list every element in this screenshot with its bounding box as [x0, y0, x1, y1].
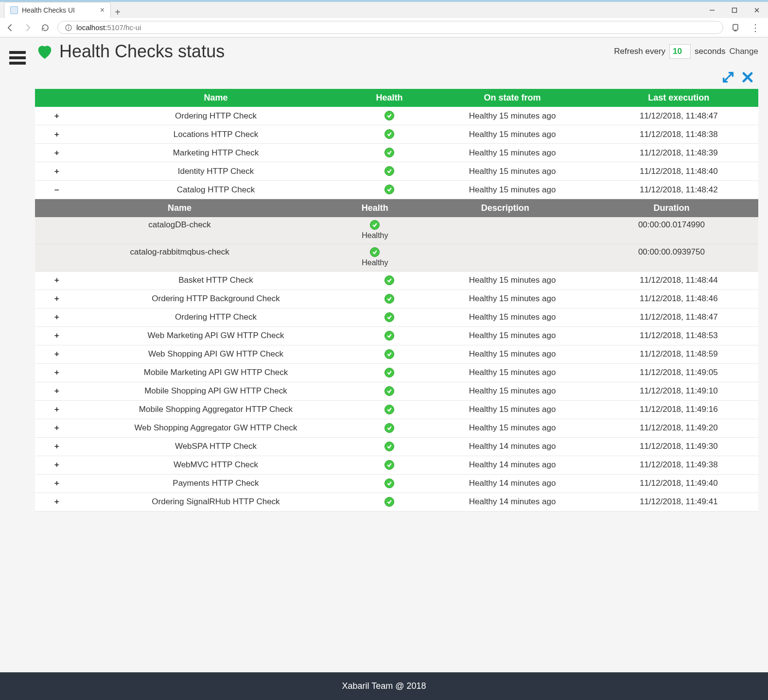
table-row: –Catalog HTTP CheckHealthy 15 minutes ag…	[35, 181, 758, 199]
healthy-icon	[384, 294, 394, 304]
row-last: 11/12/2018, 11:48:40	[599, 162, 758, 181]
expand-toggle[interactable]: +	[35, 474, 78, 493]
refresh-label: Refresh every	[614, 47, 665, 56]
svg-rect-7	[733, 24, 738, 30]
content-area: Health Checks status Refresh every secon…	[35, 37, 768, 672]
browser-tab[interactable]: Health Checks UI ×	[4, 2, 111, 18]
sub-row-name: catalog-rabbitmqbus-check	[35, 244, 324, 271]
row-health	[353, 107, 426, 125]
refresh-interval-input[interactable]	[669, 44, 691, 59]
refresh-unit-label: seconds	[695, 47, 725, 56]
refresh-controls: Refresh every seconds Change	[614, 44, 758, 59]
table-row: +Mobile Shopping API GW HTTP CheckHealth…	[35, 382, 758, 400]
toolbar	[35, 62, 758, 89]
row-health	[353, 162, 426, 181]
row-last: 11/12/2018, 11:48:42	[599, 181, 758, 199]
expand-toggle[interactable]: +	[35, 162, 78, 181]
sidebar-toggle[interactable]	[0, 37, 35, 672]
expand-toggle[interactable]: +	[35, 456, 78, 474]
row-name: Ordering SignalRHub HTTP Check	[78, 493, 353, 511]
refresh-change-button[interactable]: Change	[729, 47, 758, 56]
svg-rect-8	[734, 30, 737, 32]
address-bar[interactable]: localhost:5107/hc-ui	[57, 21, 723, 34]
expand-toggle[interactable]: +	[35, 144, 78, 162]
healthy-icon	[384, 386, 394, 396]
row-state: Healthy 15 minutes ago	[426, 272, 599, 290]
window-maximize-button[interactable]	[723, 2, 746, 18]
table-row: +WebMVC HTTP CheckHealthy 14 minutes ago…	[35, 456, 758, 474]
sub-row-duration: 00:00:00.0939750	[585, 244, 758, 271]
close-tab-icon[interactable]: ×	[100, 6, 105, 14]
row-health	[353, 474, 426, 493]
row-name: Web Shopping API GW HTTP Check	[78, 345, 353, 363]
healthy-icon	[384, 275, 394, 285]
row-state: Healthy 15 minutes ago	[426, 181, 599, 199]
healthy-icon	[384, 405, 394, 414]
reload-button[interactable]	[40, 22, 51, 33]
hamburger-icon	[9, 51, 26, 65]
expand-toggle[interactable]: +	[35, 290, 78, 308]
new-tab-button[interactable]: +	[111, 7, 124, 18]
browser-menu-button[interactable]: ⋮	[748, 22, 763, 34]
row-state: Healthy 14 minutes ago	[426, 474, 599, 493]
row-name: Web Shopping Aggregator GW HTTP Check	[78, 419, 353, 437]
row-health	[353, 493, 426, 511]
extension-icon[interactable]	[730, 22, 741, 33]
sub-row-health: Healthy	[324, 244, 425, 271]
healthy-icon	[384, 331, 394, 341]
row-health	[353, 144, 426, 162]
row-last: 11/12/2018, 11:48:38	[599, 125, 758, 144]
healthy-icon	[384, 478, 394, 488]
window-minimize-button[interactable]	[701, 2, 723, 18]
healthy-icon	[384, 497, 394, 507]
healthy-icon	[384, 148, 394, 157]
expand-toggle[interactable]: +	[35, 308, 78, 326]
sub-row-name: catalogDB-check	[35, 217, 324, 244]
expand-toggle[interactable]: +	[35, 345, 78, 363]
row-last: 11/12/2018, 11:49:41	[599, 493, 758, 511]
forward-button[interactable]	[22, 22, 33, 33]
close-panel-icon[interactable]	[741, 70, 754, 84]
row-health	[353, 382, 426, 400]
table-row: +Locations HTTP CheckHealthy 15 minutes …	[35, 125, 758, 144]
row-last: 11/12/2018, 11:49:30	[599, 437, 758, 456]
row-health	[353, 290, 426, 308]
expand-toggle[interactable]: +	[35, 272, 78, 290]
table-row: +Web Shopping API GW HTTP CheckHealthy 1…	[35, 345, 758, 363]
favicon-icon	[10, 6, 18, 14]
table-row: +WebSPA HTTP CheckHealthy 14 minutes ago…	[35, 437, 758, 456]
row-name: Locations HTTP Check	[78, 125, 353, 144]
expand-toggle[interactable]: +	[35, 382, 78, 400]
expand-toggle[interactable]: +	[35, 419, 78, 437]
row-last: 11/12/2018, 11:48:44	[599, 272, 758, 290]
row-state: Healthy 15 minutes ago	[426, 308, 599, 326]
row-health	[353, 437, 426, 456]
expand-toggle[interactable]: +	[35, 107, 78, 125]
url-host: localhost:	[76, 23, 107, 32]
healthy-icon	[384, 442, 394, 451]
row-state: Healthy 14 minutes ago	[426, 493, 599, 511]
row-state: Healthy 15 minutes ago	[426, 400, 599, 419]
row-state: Healthy 15 minutes ago	[426, 345, 599, 363]
expand-toggle[interactable]: –	[35, 181, 78, 199]
expand-icon[interactable]	[721, 70, 735, 84]
row-name: Mobile Marketing API GW HTTP Check	[78, 363, 353, 382]
col-toggle	[35, 89, 78, 107]
healthchecks-table: Name Health On state from Last execution…	[35, 89, 758, 512]
expand-toggle[interactable]: +	[35, 493, 78, 511]
svg-rect-1	[733, 8, 737, 13]
back-button[interactable]	[5, 22, 16, 33]
window-close-button[interactable]	[746, 2, 768, 18]
expand-toggle[interactable]: +	[35, 437, 78, 456]
info-icon	[65, 24, 72, 32]
row-last: 11/12/2018, 11:49:16	[599, 400, 758, 419]
row-health	[353, 181, 426, 199]
expand-toggle[interactable]: +	[35, 125, 78, 144]
table-row: +Ordering HTTP CheckHealthy 15 minutes a…	[35, 107, 758, 125]
expand-toggle[interactable]: +	[35, 400, 78, 419]
expand-toggle[interactable]: +	[35, 326, 78, 345]
expand-toggle[interactable]: +	[35, 363, 78, 382]
healthy-icon	[384, 129, 394, 139]
titlebar: Health Checks UI × +	[0, 0, 768, 18]
row-state: Healthy 15 minutes ago	[426, 162, 599, 181]
